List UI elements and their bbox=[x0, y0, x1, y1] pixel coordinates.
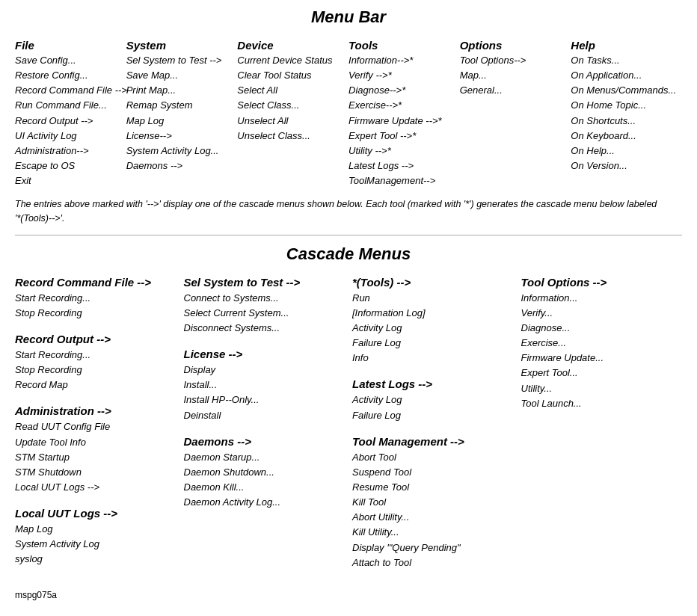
menu-item[interactable]: License--> bbox=[126, 129, 238, 144]
cascade-item[interactable]: Kill Tool bbox=[352, 495, 514, 510]
menu-item[interactable]: Current Device Status bbox=[237, 53, 348, 68]
menu-item[interactable]: UI Activity Log bbox=[15, 129, 126, 144]
cascade-item[interactable]: Install... bbox=[184, 378, 346, 392]
menu-item[interactable]: Run Command File... bbox=[15, 98, 126, 113]
menu-item[interactable]: On Keyboard... bbox=[571, 129, 682, 144]
menu-item[interactable]: Map Log bbox=[126, 114, 238, 129]
menu-item[interactable]: Select All bbox=[237, 83, 348, 98]
cascade-item[interactable]: Map Log bbox=[15, 522, 176, 537]
menu-item[interactable]: Save Map... bbox=[126, 68, 238, 83]
cascade-group-header[interactable]: Administration --> bbox=[15, 404, 176, 417]
menu-item[interactable]: Record Output --> bbox=[15, 114, 126, 129]
menu-item[interactable]: Verify -->* bbox=[348, 68, 460, 83]
cascade-item[interactable]: Failure Log bbox=[352, 408, 514, 423]
menu-item[interactable]: System Activity Log... bbox=[126, 144, 238, 158]
menu-col-header[interactable]: Device bbox=[237, 39, 348, 52]
menu-col-header[interactable]: Options bbox=[460, 39, 571, 52]
menu-item[interactable]: Utility -->* bbox=[348, 144, 460, 158]
menu-item[interactable]: Sel System to Test --> bbox=[126, 53, 238, 68]
cascade-item[interactable]: Verify... bbox=[521, 306, 683, 321]
menu-item[interactable]: On Home Topic... bbox=[571, 98, 682, 113]
menu-item[interactable]: Exercise-->* bbox=[348, 98, 460, 113]
menu-col-header[interactable]: Help bbox=[571, 39, 682, 52]
cascade-item[interactable]: Start Recording... bbox=[15, 291, 176, 306]
cascade-item[interactable]: STM Startup bbox=[15, 450, 176, 465]
cascade-item[interactable]: Daemon Shutdown... bbox=[184, 465, 346, 480]
cascade-group-header[interactable]: *(Tools) --> bbox=[352, 276, 514, 289]
cascade-item[interactable]: Stop Recording bbox=[15, 306, 176, 321]
menu-item[interactable]: Remap System bbox=[126, 98, 238, 113]
cascade-item[interactable]: Utility... bbox=[521, 381, 683, 396]
cascade-item[interactable]: Diagnose... bbox=[521, 321, 683, 336]
cascade-item[interactable]: syslog bbox=[15, 552, 176, 567]
menu-item[interactable]: On Shortcuts... bbox=[571, 114, 682, 129]
menu-item[interactable]: Map... bbox=[460, 68, 571, 83]
menu-item[interactable]: Tool Options--> bbox=[460, 53, 571, 68]
cascade-item[interactable]: Activity Log bbox=[352, 392, 514, 407]
cascade-item[interactable]: Information... bbox=[521, 291, 683, 306]
menu-item[interactable]: On Application... bbox=[571, 68, 682, 83]
menu-item[interactable]: Unselect Class... bbox=[237, 129, 348, 144]
menu-item[interactable]: Clear Tool Status bbox=[237, 68, 348, 83]
menu-item[interactable]: Administration--> bbox=[15, 144, 126, 158]
cascade-group-header[interactable]: Latest Logs --> bbox=[352, 378, 514, 390]
menu-col-header[interactable]: File bbox=[15, 39, 126, 52]
cascade-item[interactable]: Tool Launch... bbox=[521, 396, 683, 411]
cascade-item[interactable]: Firmware Update... bbox=[521, 351, 683, 366]
cascade-item[interactable]: Kill Utility... bbox=[352, 525, 514, 540]
menu-item[interactable]: Firmware Update -->* bbox=[348, 114, 460, 129]
menu-item[interactable]: Exit bbox=[15, 173, 126, 188]
cascade-item[interactable]: Local UUT Logs --> bbox=[15, 480, 176, 495]
menu-item[interactable]: Unselect All bbox=[237, 114, 348, 129]
menu-col-header[interactable]: Tools bbox=[348, 39, 460, 52]
cascade-item[interactable]: Update Tool Info bbox=[15, 435, 176, 450]
cascade-item[interactable]: Install HP--Only... bbox=[184, 392, 346, 407]
cascade-group-header[interactable]: Tool Management --> bbox=[352, 435, 514, 448]
cascade-item[interactable]: Display '"Query Pending" bbox=[352, 540, 514, 555]
cascade-item[interactable]: Select Current System... bbox=[184, 306, 346, 321]
cascade-item[interactable]: Daemon Starup... bbox=[184, 450, 346, 465]
cascade-item[interactable]: Abort Utility... bbox=[352, 510, 514, 525]
cascade-item[interactable]: Read UUT Config File bbox=[15, 419, 176, 434]
menu-item[interactable]: Daemons --> bbox=[126, 158, 238, 173]
menu-item[interactable]: General... bbox=[460, 83, 571, 98]
cascade-group-header[interactable]: Record Output --> bbox=[15, 333, 176, 345]
menu-item[interactable]: Expert Tool -->* bbox=[348, 129, 460, 144]
cascade-item[interactable]: Activity Log bbox=[352, 321, 514, 336]
menu-item[interactable]: Information-->* bbox=[348, 53, 460, 68]
cascade-item[interactable]: Info bbox=[352, 351, 514, 366]
cascade-group-header[interactable]: Local UUT Logs --> bbox=[15, 507, 176, 520]
cascade-item[interactable]: Daemon Activity Log... bbox=[184, 495, 346, 510]
menu-item[interactable]: Restore Config... bbox=[15, 68, 126, 83]
menu-item[interactable]: Save Config... bbox=[15, 53, 126, 68]
cascade-group-header[interactable]: Sel System to Test --> bbox=[184, 276, 346, 289]
cascade-item[interactable]: Run bbox=[352, 291, 514, 306]
menu-item[interactable]: Diagnose-->* bbox=[348, 83, 460, 98]
cascade-item[interactable]: [Information Log] bbox=[352, 306, 514, 321]
menu-item[interactable]: Record Command File --> bbox=[15, 83, 126, 98]
menu-item[interactable]: On Menus/Commands... bbox=[571, 83, 682, 98]
cascade-group-header[interactable]: Record Command File --> bbox=[15, 276, 176, 289]
cascade-group-header[interactable]: License --> bbox=[184, 348, 346, 360]
cascade-item[interactable]: Daemon Kill... bbox=[184, 480, 346, 495]
cascade-item[interactable]: Start Recording... bbox=[15, 348, 176, 363]
menu-item[interactable]: Print Map... bbox=[126, 83, 238, 98]
cascade-item[interactable]: STM Shutdown bbox=[15, 465, 176, 480]
menu-item[interactable]: Select Class... bbox=[237, 98, 348, 113]
cascade-item[interactable]: System Activity Log bbox=[15, 537, 176, 552]
cascade-item[interactable]: Attach to Tool bbox=[352, 555, 514, 570]
menu-item[interactable]: Escape to OS bbox=[15, 158, 126, 173]
menu-item[interactable]: Latest Logs --> bbox=[348, 158, 460, 173]
cascade-group-header[interactable]: Tool Options --> bbox=[521, 276, 683, 289]
menu-item[interactable]: On Tasks... bbox=[571, 53, 682, 68]
menu-item[interactable]: ToolManagement--> bbox=[348, 173, 460, 188]
cascade-group-header[interactable]: Daemons --> bbox=[184, 435, 346, 448]
menu-item[interactable]: On Help... bbox=[571, 144, 682, 158]
cascade-item[interactable]: Resume Tool bbox=[352, 480, 514, 495]
cascade-item[interactable]: Failure Log bbox=[352, 336, 514, 351]
cascade-item[interactable]: Connect to Systems... bbox=[184, 291, 346, 306]
cascade-item[interactable]: Suspend Tool bbox=[352, 465, 514, 480]
menu-col-header[interactable]: System bbox=[126, 39, 238, 52]
cascade-item[interactable]: Exercise... bbox=[521, 336, 683, 351]
cascade-item[interactable]: Abort Tool bbox=[352, 450, 514, 465]
